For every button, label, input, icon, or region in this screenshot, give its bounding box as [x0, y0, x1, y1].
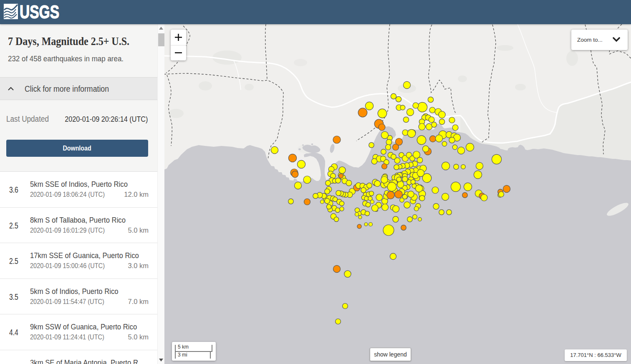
svg-text:USGS: USGS [20, 2, 59, 22]
